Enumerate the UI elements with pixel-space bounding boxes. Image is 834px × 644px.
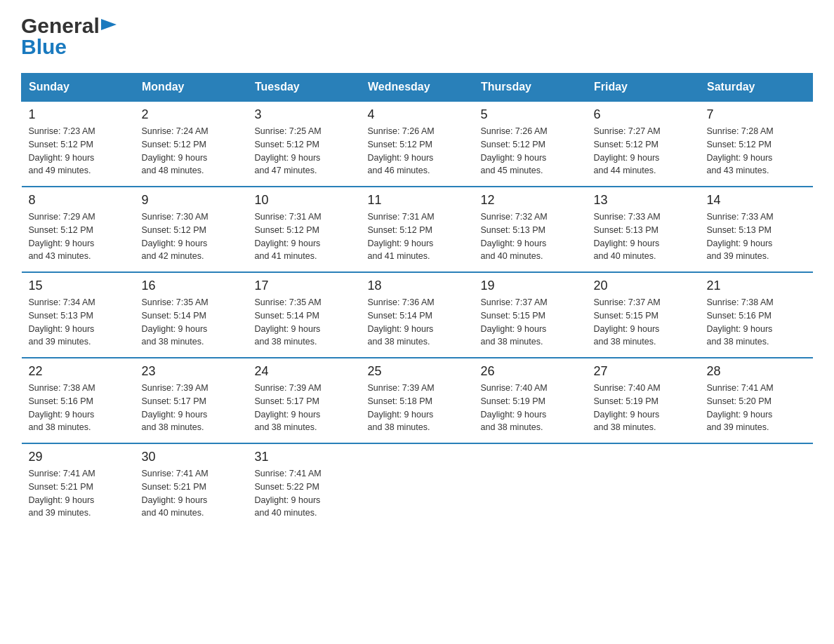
day-number: 13 bbox=[594, 193, 693, 208]
day-number: 3 bbox=[255, 107, 354, 122]
day-cell: 21Sunrise: 7:38 AMSunset: 5:16 PMDayligh… bbox=[700, 272, 813, 358]
day-cell: 25Sunrise: 7:39 AMSunset: 5:18 PMDayligh… bbox=[361, 358, 474, 443]
day-info: Sunrise: 7:25 AMSunset: 5:12 PMDaylight:… bbox=[255, 125, 354, 177]
day-info: Sunrise: 7:39 AMSunset: 5:18 PMDaylight:… bbox=[368, 382, 467, 434]
day-cell: 18Sunrise: 7:36 AMSunset: 5:14 PMDayligh… bbox=[361, 272, 474, 358]
header-sunday: Sunday bbox=[22, 74, 135, 102]
day-info: Sunrise: 7:27 AMSunset: 5:12 PMDaylight:… bbox=[594, 125, 693, 177]
day-cell: 29Sunrise: 7:41 AMSunset: 5:21 PMDayligh… bbox=[22, 443, 135, 528]
day-cell: 1Sunrise: 7:23 AMSunset: 5:12 PMDaylight… bbox=[22, 101, 135, 187]
day-cell: 10Sunrise: 7:31 AMSunset: 5:12 PMDayligh… bbox=[248, 187, 361, 272]
day-info: Sunrise: 7:41 AMSunset: 5:22 PMDaylight:… bbox=[255, 467, 354, 520]
day-info: Sunrise: 7:40 AMSunset: 5:19 PMDaylight:… bbox=[481, 382, 580, 434]
day-info: Sunrise: 7:26 AMSunset: 5:12 PMDaylight:… bbox=[481, 125, 580, 177]
day-cell: 16Sunrise: 7:35 AMSunset: 5:14 PMDayligh… bbox=[135, 272, 248, 358]
day-info: Sunrise: 7:31 AMSunset: 5:12 PMDaylight:… bbox=[368, 210, 467, 263]
day-cell: 22Sunrise: 7:38 AMSunset: 5:16 PMDayligh… bbox=[22, 358, 135, 443]
day-cell: 11Sunrise: 7:31 AMSunset: 5:12 PMDayligh… bbox=[361, 187, 474, 272]
day-cell: 28Sunrise: 7:41 AMSunset: 5:20 PMDayligh… bbox=[700, 358, 813, 443]
week-row-2: 8Sunrise: 7:29 AMSunset: 5:12 PMDaylight… bbox=[22, 187, 813, 272]
day-number: 10 bbox=[255, 193, 354, 208]
day-number: 5 bbox=[481, 107, 580, 122]
calendar-table: SundayMondayTuesdayWednesdayThursdayFrid… bbox=[21, 73, 813, 528]
day-cell: 27Sunrise: 7:40 AMSunset: 5:19 PMDayligh… bbox=[587, 358, 700, 443]
day-number: 29 bbox=[29, 450, 128, 464]
day-cell: 14Sunrise: 7:33 AMSunset: 5:13 PMDayligh… bbox=[700, 187, 813, 272]
day-number: 23 bbox=[142, 364, 241, 379]
header-wednesday: Wednesday bbox=[361, 74, 474, 102]
day-cell: 13Sunrise: 7:33 AMSunset: 5:13 PMDayligh… bbox=[587, 187, 700, 272]
day-number: 14 bbox=[707, 193, 806, 208]
day-number: 11 bbox=[368, 193, 467, 208]
day-number: 1 bbox=[29, 107, 128, 122]
week-row-4: 22Sunrise: 7:38 AMSunset: 5:16 PMDayligh… bbox=[22, 358, 813, 443]
day-cell: 19Sunrise: 7:37 AMSunset: 5:15 PMDayligh… bbox=[474, 272, 587, 358]
header-row: SundayMondayTuesdayWednesdayThursdayFrid… bbox=[22, 74, 813, 102]
day-info: Sunrise: 7:39 AMSunset: 5:17 PMDaylight:… bbox=[142, 382, 241, 434]
svg-marker-0 bbox=[101, 19, 117, 30]
day-info: Sunrise: 7:32 AMSunset: 5:13 PMDaylight:… bbox=[481, 210, 580, 263]
day-info: Sunrise: 7:37 AMSunset: 5:15 PMDaylight:… bbox=[594, 296, 693, 349]
day-info: Sunrise: 7:41 AMSunset: 5:21 PMDaylight:… bbox=[29, 467, 128, 520]
day-info: Sunrise: 7:28 AMSunset: 5:12 PMDaylight:… bbox=[707, 125, 806, 177]
day-number: 24 bbox=[255, 364, 354, 379]
week-row-3: 15Sunrise: 7:34 AMSunset: 5:13 PMDayligh… bbox=[22, 272, 813, 358]
day-cell: 31Sunrise: 7:41 AMSunset: 5:22 PMDayligh… bbox=[248, 443, 361, 528]
day-info: Sunrise: 7:41 AMSunset: 5:21 PMDaylight:… bbox=[142, 467, 241, 520]
day-number: 28 bbox=[707, 364, 806, 379]
day-number: 15 bbox=[29, 279, 128, 293]
day-info: Sunrise: 7:30 AMSunset: 5:12 PMDaylight:… bbox=[142, 210, 241, 263]
day-info: Sunrise: 7:36 AMSunset: 5:14 PMDaylight:… bbox=[368, 296, 467, 349]
day-cell: 5Sunrise: 7:26 AMSunset: 5:12 PMDaylight… bbox=[474, 101, 587, 187]
day-info: Sunrise: 7:33 AMSunset: 5:13 PMDaylight:… bbox=[707, 210, 806, 263]
day-cell: 15Sunrise: 7:34 AMSunset: 5:13 PMDayligh… bbox=[22, 272, 135, 358]
day-number: 20 bbox=[594, 279, 693, 293]
day-cell: 20Sunrise: 7:37 AMSunset: 5:15 PMDayligh… bbox=[587, 272, 700, 358]
day-number: 8 bbox=[29, 193, 128, 208]
logo-general-text: General bbox=[21, 14, 100, 38]
day-cell: 2Sunrise: 7:24 AMSunset: 5:12 PMDaylight… bbox=[135, 101, 248, 187]
day-cell bbox=[700, 443, 813, 528]
day-info: Sunrise: 7:41 AMSunset: 5:20 PMDaylight:… bbox=[707, 382, 806, 434]
day-number: 7 bbox=[707, 107, 806, 122]
header-monday: Monday bbox=[135, 74, 248, 102]
day-cell bbox=[361, 443, 474, 528]
day-number: 21 bbox=[707, 279, 806, 293]
day-cell: 12Sunrise: 7:32 AMSunset: 5:13 PMDayligh… bbox=[474, 187, 587, 272]
day-cell: 4Sunrise: 7:26 AMSunset: 5:12 PMDaylight… bbox=[361, 101, 474, 187]
day-number: 18 bbox=[368, 279, 467, 293]
day-number: 16 bbox=[142, 279, 241, 293]
day-number: 17 bbox=[255, 279, 354, 293]
day-cell: 3Sunrise: 7:25 AMSunset: 5:12 PMDaylight… bbox=[248, 101, 361, 187]
day-number: 12 bbox=[481, 193, 580, 208]
day-cell: 8Sunrise: 7:29 AMSunset: 5:12 PMDaylight… bbox=[22, 187, 135, 272]
calendar-header: SundayMondayTuesdayWednesdayThursdayFrid… bbox=[22, 74, 813, 102]
day-info: Sunrise: 7:40 AMSunset: 5:19 PMDaylight:… bbox=[594, 382, 693, 434]
day-number: 6 bbox=[594, 107, 693, 122]
header-thursday: Thursday bbox=[474, 74, 587, 102]
day-info: Sunrise: 7:38 AMSunset: 5:16 PMDaylight:… bbox=[707, 296, 806, 349]
header-tuesday: Tuesday bbox=[248, 74, 361, 102]
day-cell: 24Sunrise: 7:39 AMSunset: 5:17 PMDayligh… bbox=[248, 358, 361, 443]
day-number: 30 bbox=[142, 450, 241, 464]
calendar-body: 1Sunrise: 7:23 AMSunset: 5:12 PMDaylight… bbox=[22, 101, 813, 528]
day-cell bbox=[474, 443, 587, 528]
logo: General Blue bbox=[21, 14, 117, 59]
day-number: 9 bbox=[142, 193, 241, 208]
day-cell: 9Sunrise: 7:30 AMSunset: 5:12 PMDaylight… bbox=[135, 187, 248, 272]
day-cell: 7Sunrise: 7:28 AMSunset: 5:12 PMDaylight… bbox=[700, 101, 813, 187]
day-info: Sunrise: 7:33 AMSunset: 5:13 PMDaylight:… bbox=[594, 210, 693, 263]
day-info: Sunrise: 7:31 AMSunset: 5:12 PMDaylight:… bbox=[255, 210, 354, 263]
day-number: 22 bbox=[29, 364, 128, 379]
day-info: Sunrise: 7:35 AMSunset: 5:14 PMDaylight:… bbox=[142, 296, 241, 349]
day-info: Sunrise: 7:23 AMSunset: 5:12 PMDaylight:… bbox=[29, 125, 128, 177]
week-row-1: 1Sunrise: 7:23 AMSunset: 5:12 PMDaylight… bbox=[22, 101, 813, 187]
day-number: 2 bbox=[142, 107, 241, 122]
day-info: Sunrise: 7:38 AMSunset: 5:16 PMDaylight:… bbox=[29, 382, 128, 434]
day-cell bbox=[587, 443, 700, 528]
day-cell: 23Sunrise: 7:39 AMSunset: 5:17 PMDayligh… bbox=[135, 358, 248, 443]
header-friday: Friday bbox=[587, 74, 700, 102]
day-info: Sunrise: 7:26 AMSunset: 5:12 PMDaylight:… bbox=[368, 125, 467, 177]
day-number: 27 bbox=[594, 364, 693, 379]
logo-blue-text: Blue bbox=[21, 35, 67, 59]
